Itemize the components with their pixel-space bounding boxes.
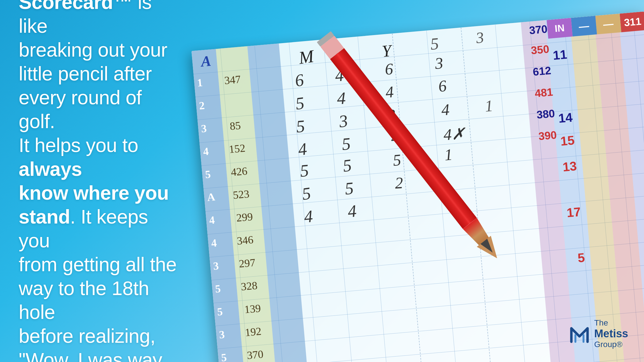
- cell-347: 347: [224, 73, 241, 87]
- rn-15: 15: [560, 133, 575, 149]
- hw-5d: 5: [299, 161, 310, 181]
- row-num-5a: 5: [205, 168, 211, 181]
- rh-612: 612: [532, 64, 552, 78]
- rn-17: 17: [566, 205, 581, 220]
- text-panel: Using The JobScorecard™ is likebreaking …: [0, 0, 195, 362]
- hw-4h: 4: [347, 201, 357, 222]
- hw-1a: 1: [484, 96, 494, 115]
- hw-Xx: 4✗: [443, 124, 465, 144]
- suffix2: . It keeps youfrom getting all theway to…: [19, 206, 177, 362]
- hw-5c: 5: [341, 134, 351, 154]
- header-val-blue: —: [578, 20, 590, 32]
- row-num-5c: 5: [217, 305, 223, 318]
- cell-346: 346: [236, 233, 254, 247]
- hw-5f: 5: [392, 151, 402, 170]
- cell-523: 523: [232, 187, 250, 201]
- hw-4b: 4: [337, 88, 346, 108]
- paragraph1: Using The JobScorecard™ is likebreaking …: [19, 0, 180, 133]
- header-val-311: 311: [624, 15, 642, 29]
- row-num-4: 4: [203, 145, 209, 158]
- cell-152: 152: [228, 142, 246, 156]
- header-cell-red: 311: [620, 11, 644, 32]
- cell-328: 328: [240, 279, 258, 293]
- row-num-4c: 4: [211, 236, 217, 249]
- header-val-purple: IN: [554, 22, 565, 34]
- cell-426: 426: [230, 164, 248, 178]
- cell-192: 192: [244, 325, 262, 339]
- header-cell-blue: —: [571, 16, 597, 36]
- hw-5h: 5: [344, 178, 354, 199]
- row-num-5d: 5: [221, 351, 227, 362]
- rn-14: 14: [558, 110, 573, 126]
- hw-3b: 3: [434, 54, 444, 73]
- hw-4d: 4: [441, 100, 450, 119]
- row-num-2: 2: [199, 99, 205, 112]
- row-num-a: A: [207, 190, 216, 204]
- metiss-logo-icon: [569, 323, 590, 344]
- cell-297: 297: [238, 256, 256, 270]
- suffix1: is likebreaking out yourlittle pencil af…: [19, 0, 167, 132]
- rh-380: 380: [536, 107, 555, 121]
- logo-the: The: [594, 318, 628, 328]
- hw-4g: 4: [303, 206, 314, 227]
- rn-5: 5: [577, 250, 585, 265]
- rh-390: 390: [538, 129, 557, 143]
- logo-brand: Metiss: [594, 328, 628, 340]
- hw-1b: 1: [444, 145, 453, 164]
- header-cell-tan: —: [595, 14, 621, 34]
- rn-13: 13: [562, 159, 577, 174]
- header-cell-purple: IN: [547, 18, 572, 38]
- hw-5b: 5: [295, 116, 306, 136]
- main-text-p1: Using The JobScorecard™ is likebreaking …: [19, 0, 180, 133]
- row-num-5b: 5: [215, 282, 221, 295]
- row-num-3b: 3: [213, 259, 219, 272]
- cell-85: 85: [229, 119, 241, 132]
- col-header-a: A: [200, 52, 212, 70]
- hw-Y: Y: [381, 41, 392, 61]
- hw-s1: 5: [430, 34, 440, 54]
- logo-text-group: The Metiss Group®: [594, 318, 628, 349]
- row-num-3c: 3: [219, 328, 225, 341]
- hw-2a: 2: [394, 174, 403, 192]
- rh-370: 370: [529, 23, 548, 37]
- cell-299: 299: [236, 210, 253, 224]
- cell-370: 370: [246, 348, 264, 362]
- hw-4c: 4: [385, 82, 394, 101]
- main-text-p2: It helps you to alwaysknow where youstan…: [19, 133, 180, 362]
- slide: A 1 2 3 4 5 A 4 4 3 5 5 3 5 4 347 85 152…: [0, 0, 644, 362]
- rh-350: 350: [530, 43, 550, 57]
- logo-group: Group®: [594, 340, 628, 349]
- row-num-4b: 4: [209, 213, 215, 226]
- logo-area: The Metiss Group®: [569, 318, 628, 349]
- hw-M: M: [298, 46, 315, 68]
- rn-11: 11: [552, 47, 568, 63]
- row-num-3: 3: [201, 122, 207, 135]
- cell-139: 139: [244, 302, 261, 316]
- row-num-1: 1: [197, 76, 203, 89]
- hw-6b: 6: [384, 59, 393, 78]
- bold1: The JobScorecard™: [19, 0, 147, 13]
- scorecard-background: A 1 2 3 4 5 A 4 4 3 5 5 3 5 4 347 85 152…: [191, 11, 644, 362]
- rh-481: 481: [534, 86, 553, 100]
- header-val-tan: —: [603, 18, 614, 30]
- prefix2: It helps you to: [19, 134, 138, 156]
- paragraph2: It helps you to alwaysknow where youstan…: [19, 133, 180, 362]
